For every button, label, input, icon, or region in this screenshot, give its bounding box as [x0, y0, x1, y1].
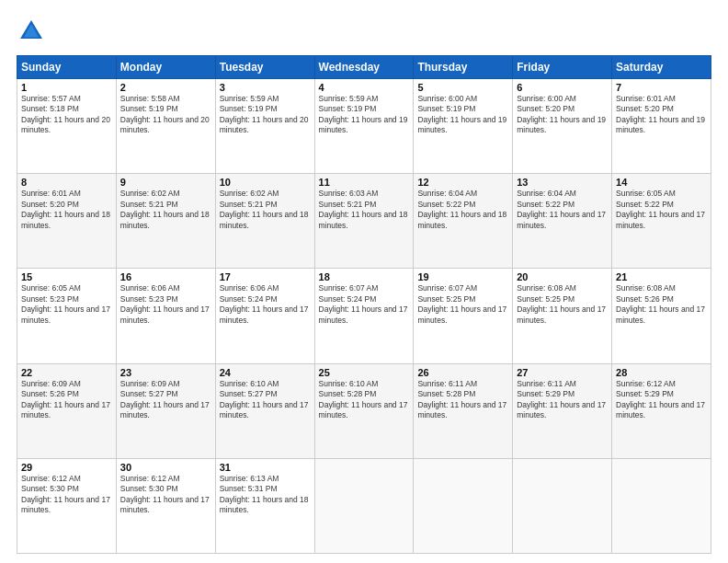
- calendar-table: SundayMondayTuesdayWednesdayThursdayFrid…: [17, 55, 711, 554]
- calendar-cell: 19Sunrise: 6:07 AMSunset: 5:25 PMDayligh…: [414, 269, 513, 363]
- calendar-week-row: 22Sunrise: 6:09 AMSunset: 5:26 PMDayligh…: [17, 363, 711, 458]
- day-info: Sunrise: 6:02 AMSunset: 5:21 PMDaylight:…: [120, 189, 211, 231]
- day-info: Sunrise: 6:00 AMSunset: 5:19 PMDaylight:…: [417, 94, 508, 136]
- day-number: 4: [319, 82, 410, 93]
- day-number: 30: [120, 462, 211, 473]
- day-number: 10: [220, 177, 311, 188]
- day-info: Sunrise: 6:02 AMSunset: 5:21 PMDaylight:…: [220, 189, 311, 231]
- day-info: Sunrise: 6:04 AMSunset: 5:22 PMDaylight:…: [417, 189, 508, 231]
- calendar-cell: 6Sunrise: 6:00 AMSunset: 5:20 PMDaylight…: [513, 79, 612, 174]
- day-info: Sunrise: 6:07 AMSunset: 5:25 PMDaylight:…: [417, 283, 508, 326]
- calendar-header-thursday: Thursday: [414, 56, 513, 79]
- day-info: Sunrise: 6:10 AMSunset: 5:28 PMDaylight:…: [319, 379, 410, 421]
- calendar-cell: 31Sunrise: 6:13 AMSunset: 5:31 PMDayligh…: [215, 458, 314, 553]
- day-number: 15: [21, 271, 112, 282]
- day-number: 25: [319, 367, 410, 378]
- day-number: 27: [517, 367, 608, 378]
- calendar-cell: 29Sunrise: 6:12 AMSunset: 5:30 PMDayligh…: [17, 458, 117, 553]
- day-info: Sunrise: 6:09 AMSunset: 5:27 PMDaylight:…: [120, 379, 211, 421]
- calendar-week-row: 1Sunrise: 5:57 AMSunset: 5:18 PMDaylight…: [17, 79, 711, 174]
- day-info: Sunrise: 6:08 AMSunset: 5:25 PMDaylight:…: [517, 283, 608, 326]
- calendar-cell: 9Sunrise: 6:02 AMSunset: 5:21 PMDaylight…: [116, 174, 215, 269]
- calendar-header-friday: Friday: [513, 56, 612, 79]
- calendar-header-row: SundayMondayTuesdayWednesdayThursdayFrid…: [17, 56, 711, 79]
- day-info: Sunrise: 6:08 AMSunset: 5:26 PMDaylight:…: [616, 283, 707, 326]
- calendar-header-wednesday: Wednesday: [314, 56, 414, 79]
- day-info: Sunrise: 6:06 AMSunset: 5:24 PMDaylight:…: [220, 283, 311, 326]
- day-info: Sunrise: 6:11 AMSunset: 5:28 PMDaylight:…: [417, 379, 508, 421]
- day-number: 13: [517, 177, 608, 188]
- calendar-cell: 20Sunrise: 6:08 AMSunset: 5:25 PMDayligh…: [513, 269, 612, 363]
- logo: [17, 17, 50, 46]
- day-info: Sunrise: 6:05 AMSunset: 5:23 PMDaylight:…: [21, 283, 112, 326]
- day-number: 28: [616, 367, 707, 378]
- day-info: Sunrise: 6:12 AMSunset: 5:30 PMDaylight:…: [21, 474, 112, 516]
- calendar-cell: 28Sunrise: 6:12 AMSunset: 5:29 PMDayligh…: [612, 363, 711, 458]
- calendar-cell: 12Sunrise: 6:04 AMSunset: 5:22 PMDayligh…: [414, 174, 513, 269]
- day-info: Sunrise: 6:06 AMSunset: 5:23 PMDaylight:…: [120, 283, 211, 326]
- day-number: 22: [21, 367, 112, 378]
- day-info: Sunrise: 6:10 AMSunset: 5:27 PMDaylight:…: [220, 379, 311, 421]
- calendar-cell: 13Sunrise: 6:04 AMSunset: 5:22 PMDayligh…: [513, 174, 612, 269]
- day-info: Sunrise: 6:00 AMSunset: 5:20 PMDaylight:…: [517, 94, 608, 136]
- calendar-cell: 25Sunrise: 6:10 AMSunset: 5:28 PMDayligh…: [314, 363, 414, 458]
- day-number: 17: [220, 271, 311, 282]
- day-info: Sunrise: 6:12 AMSunset: 5:30 PMDaylight:…: [120, 474, 211, 516]
- calendar-cell: 18Sunrise: 6:07 AMSunset: 5:24 PMDayligh…: [314, 269, 414, 363]
- day-number: 16: [120, 271, 211, 282]
- day-info: Sunrise: 6:03 AMSunset: 5:21 PMDaylight:…: [319, 189, 410, 231]
- calendar-cell: 27Sunrise: 6:11 AMSunset: 5:29 PMDayligh…: [513, 363, 612, 458]
- calendar-cell: 1Sunrise: 5:57 AMSunset: 5:18 PMDaylight…: [17, 79, 117, 174]
- logo-icon: [17, 17, 46, 46]
- calendar-header-sunday: Sunday: [17, 56, 117, 79]
- calendar-cell: 4Sunrise: 5:59 AMSunset: 5:19 PMDaylight…: [314, 79, 414, 174]
- calendar-week-row: 29Sunrise: 6:12 AMSunset: 5:30 PMDayligh…: [17, 458, 711, 553]
- calendar-cell: 21Sunrise: 6:08 AMSunset: 5:26 PMDayligh…: [612, 269, 711, 363]
- day-number: 8: [21, 177, 112, 188]
- page: SundayMondayTuesdayWednesdayThursdayFrid…: [0, 0, 728, 563]
- day-number: 2: [120, 82, 211, 93]
- day-number: 9: [120, 177, 211, 188]
- day-info: Sunrise: 6:01 AMSunset: 5:20 PMDaylight:…: [616, 94, 707, 136]
- day-number: 31: [220, 462, 311, 473]
- day-info: Sunrise: 5:58 AMSunset: 5:19 PMDaylight:…: [120, 94, 211, 136]
- calendar-cell: 7Sunrise: 6:01 AMSunset: 5:20 PMDaylight…: [612, 79, 711, 174]
- calendar-cell: 11Sunrise: 6:03 AMSunset: 5:21 PMDayligh…: [314, 174, 414, 269]
- header: [17, 17, 711, 46]
- calendar-cell: 30Sunrise: 6:12 AMSunset: 5:30 PMDayligh…: [116, 458, 215, 553]
- day-info: Sunrise: 5:57 AMSunset: 5:18 PMDaylight:…: [21, 94, 112, 136]
- calendar-cell: 15Sunrise: 6:05 AMSunset: 5:23 PMDayligh…: [17, 269, 117, 363]
- calendar-week-row: 8Sunrise: 6:01 AMSunset: 5:20 PMDaylight…: [17, 174, 711, 269]
- day-number: 20: [517, 271, 608, 282]
- calendar-cell: 22Sunrise: 6:09 AMSunset: 5:26 PMDayligh…: [17, 363, 117, 458]
- calendar-cell: 16Sunrise: 6:06 AMSunset: 5:23 PMDayligh…: [116, 269, 215, 363]
- calendar-cell: 8Sunrise: 6:01 AMSunset: 5:20 PMDaylight…: [17, 174, 117, 269]
- day-info: Sunrise: 6:05 AMSunset: 5:22 PMDaylight:…: [616, 189, 707, 231]
- day-number: 1: [21, 82, 112, 93]
- calendar-cell: 14Sunrise: 6:05 AMSunset: 5:22 PMDayligh…: [612, 174, 711, 269]
- calendar-header-tuesday: Tuesday: [215, 56, 314, 79]
- day-info: Sunrise: 6:04 AMSunset: 5:22 PMDaylight:…: [517, 189, 608, 231]
- day-number: 3: [220, 82, 311, 93]
- day-info: Sunrise: 6:07 AMSunset: 5:24 PMDaylight:…: [319, 283, 410, 326]
- calendar-cell: 23Sunrise: 6:09 AMSunset: 5:27 PMDayligh…: [116, 363, 215, 458]
- day-number: 26: [417, 367, 508, 378]
- calendar-cell: 17Sunrise: 6:06 AMSunset: 5:24 PMDayligh…: [215, 269, 314, 363]
- calendar-cell: 3Sunrise: 5:59 AMSunset: 5:19 PMDaylight…: [215, 79, 314, 174]
- calendar-cell: [612, 458, 711, 553]
- day-number: 5: [417, 82, 508, 93]
- day-info: Sunrise: 6:12 AMSunset: 5:29 PMDaylight:…: [616, 379, 707, 421]
- day-info: Sunrise: 5:59 AMSunset: 5:19 PMDaylight:…: [319, 94, 410, 136]
- calendar-cell: 24Sunrise: 6:10 AMSunset: 5:27 PMDayligh…: [215, 363, 314, 458]
- calendar-cell: 10Sunrise: 6:02 AMSunset: 5:21 PMDayligh…: [215, 174, 314, 269]
- calendar-cell: [414, 458, 513, 553]
- day-number: 21: [616, 271, 707, 282]
- day-number: 14: [616, 177, 707, 188]
- day-number: 7: [616, 82, 707, 93]
- calendar-cell: 2Sunrise: 5:58 AMSunset: 5:19 PMDaylight…: [116, 79, 215, 174]
- day-info: Sunrise: 5:59 AMSunset: 5:19 PMDaylight:…: [220, 94, 311, 136]
- calendar-week-row: 15Sunrise: 6:05 AMSunset: 5:23 PMDayligh…: [17, 269, 711, 363]
- day-number: 18: [319, 271, 410, 282]
- calendar-cell: [314, 458, 414, 553]
- calendar-header-saturday: Saturday: [612, 56, 711, 79]
